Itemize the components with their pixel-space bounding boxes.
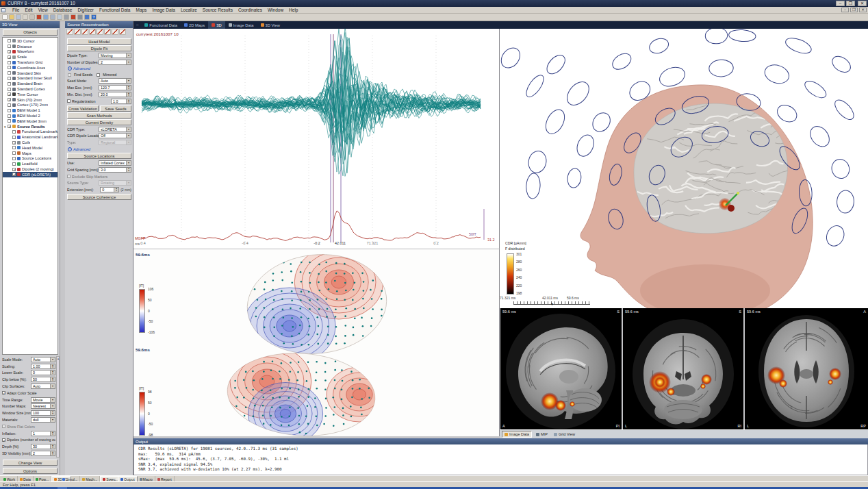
tree-item[interactable]: Source Locations [3, 156, 58, 162]
source-type-select[interactable]: Rotating▾ [99, 180, 131, 186]
mri-sagittal-view[interactable]: 59.6 ms S A PI [500, 308, 622, 429]
visibility-checkbox[interactable] [8, 82, 11, 86]
tree-item[interactable]: Waveform [3, 49, 58, 55]
dipole-seed-icon[interactable] [104, 29, 111, 35]
tree-item[interactable]: Functional Landmarks [3, 129, 58, 135]
source-coherence-button[interactable]: Source Coherence [67, 194, 131, 200]
toolbar-icon[interactable] [77, 14, 83, 20]
extension-mm-spinner[interactable]: 0▲▼ [100, 187, 119, 192]
toolbar-icon[interactable] [23, 14, 28, 20]
tree-item[interactable]: Anatomical Landmarks [3, 134, 58, 140]
visibility-checkbox[interactable] [12, 130, 16, 134]
tree-item[interactable]: Standard Skin [3, 71, 58, 76]
cdr-dipole-location-select[interactable]: Off▾ [99, 133, 131, 138]
find-seeds-checkbox[interactable] [68, 73, 71, 77]
output-console[interactable]: CDR Results (sLORETA) for 19081 sources,… [133, 444, 868, 475]
tree-item[interactable]: Scale [3, 54, 58, 60]
scaling-spinner[interactable]: 1.00▲▼ [31, 364, 55, 369]
menu-item[interactable]: Coordinates [235, 7, 265, 14]
adapt-color-scale-checkbox[interactable]: Adapt Color Scale [1, 390, 56, 397]
toolbar-icon[interactable] [64, 14, 69, 20]
toolbar-icon[interactable] [43, 14, 49, 20]
menu-item[interactable]: Help [286, 7, 301, 14]
dipoles-number-of-moving-curves-checkbox[interactable]: Dipoles (number of moving curves) [1, 437, 56, 444]
dipole-fit-button[interactable]: Dipole Fit [67, 45, 131, 51]
advanced-toggle[interactable]: ⌃Advanced [66, 146, 132, 152]
image-toolbar-tab[interactable]: Grid View [552, 431, 577, 437]
depth-spinner[interactable]: 30▲▼ [31, 444, 55, 449]
number-of-dipoles-select[interactable]: 2▾ [99, 60, 131, 65]
tree-item[interactable]: 3D Cursor [3, 38, 58, 44]
menu-item[interactable]: Source Results [200, 7, 235, 14]
tree-item[interactable]: Transform Grid [3, 60, 58, 65]
max-ecc-mm-spinner[interactable]: 120.7▲▼ [99, 85, 131, 90]
visibility-checkbox[interactable] [12, 141, 16, 145]
tree-item[interactable]: Standard Brain [3, 81, 58, 86]
menu-item[interactable]: View [36, 7, 51, 14]
options-button[interactable]: Options [3, 468, 58, 474]
topographic-maps-panel[interactable]: 59.6ms 59.6ms [fT] 106500-50-106 [fT] 98… [133, 249, 500, 436]
exclude-skip-markers-checkbox[interactable]: Exclude Skip Markers [66, 173, 132, 180]
visibility-checkbox[interactable] [8, 45, 11, 48]
visibility-checkbox[interactable] [8, 88, 11, 91]
scale-mode-select[interactable]: Auto▾ [31, 357, 55, 362]
toolbar-icon[interactable] [57, 14, 62, 20]
tree-item[interactable]: Head Model [3, 145, 58, 151]
menu-item[interactable]: Functional Data [97, 7, 133, 14]
visibility-checkbox[interactable] [12, 136, 16, 139]
menu-item[interactable]: File [10, 7, 22, 14]
window-size-mm-spinner[interactable]: 100▲▼ [31, 410, 55, 416]
cross-validation-button[interactable]: Cross Validation [67, 105, 99, 112]
visibility-checkbox[interactable] [8, 55, 11, 59]
menu-item[interactable]: Localize [178, 7, 200, 14]
cdr-type-select[interactable]: sLORETA▾ [99, 127, 131, 132]
clip-below-spinner[interactable]: 50▲▼ [31, 377, 55, 382]
visibility-checkbox[interactable] [8, 125, 11, 128]
head-model-3d-view[interactable]: CDR [µAmm] F distributed 301280260240220… [500, 29, 868, 308]
current-density-button[interactable]: Current Density [67, 119, 131, 125]
number-maps-select[interactable]: Nearest▾ [31, 403, 55, 409]
visibility-checkbox[interactable] [8, 61, 11, 64]
coherence-icon[interactable] [119, 29, 126, 35]
tree-item[interactable]: Skin (70) 2mm [3, 97, 58, 103]
use-select[interactable]: Inflated Cortex▾ [99, 160, 131, 166]
view-tab[interactable]: Functional Data [141, 21, 181, 29]
toolbar-icon[interactable] [36, 14, 42, 20]
dipole-fit-icon[interactable] [66, 29, 73, 35]
scan-methods-button[interactable]: Scan Methods [67, 112, 131, 118]
lower-scale-spinner[interactable]: 0▲▼ [31, 370, 55, 375]
advanced-toggle[interactable]: ⌃Advanced [66, 66, 132, 72]
view-tab[interactable]: 3D View [257, 21, 283, 29]
visibility-checkbox[interactable] [8, 50, 11, 53]
visibility-checkbox[interactable] [12, 162, 16, 166]
tree-item[interactable]: Standard Cortex [3, 86, 58, 92]
waveform-panel[interactable]: currytest 20161007 10 MGFP ms -0.4-0.242… [133, 29, 500, 249]
view-tab[interactable]: Image Data [225, 21, 257, 29]
close-icon[interactable]: ✕ [858, 1, 867, 6]
view-tab[interactable]: 3D [208, 21, 225, 29]
mirrored-checkbox[interactable] [97, 73, 100, 77]
dipole-type-select[interactable]: Moving▾ [99, 53, 131, 58]
panel-splitter[interactable] [60, 21, 65, 475]
restore-icon[interactable]: ❐ [846, 1, 855, 6]
seed-mode-select[interactable]: Auto▾ [99, 78, 131, 84]
menu-item[interactable]: Digitizer [75, 7, 96, 14]
menu-item[interactable]: Edit [22, 7, 35, 14]
visibility-checkbox[interactable] [8, 119, 11, 123]
visibility-checkbox[interactable] [12, 173, 16, 176]
dipole-fix-icon[interactable] [97, 29, 103, 35]
mri-coronal-view[interactable]: 59.6 ms S L RI [623, 308, 743, 429]
toolbar-icon[interactable] [84, 14, 90, 20]
tab-minimize-icon[interactable]: – [133, 21, 141, 29]
tree-item[interactable]: Source Results [3, 124, 58, 129]
visibility-checkbox[interactable] [12, 168, 16, 171]
toolbar-icon[interactable] [2, 14, 8, 20]
visibility-checkbox[interactable] [8, 71, 11, 75]
materials-select[interactable]: dull▾ [31, 417, 55, 423]
child-close-icon[interactable]: ✕ [859, 8, 867, 12]
regularization-spinner[interactable]: 1.0▲▼ [111, 99, 131, 104]
visibility-checkbox[interactable] [8, 92, 11, 96]
visibility-checkbox[interactable] [8, 39, 11, 42]
child-minimize-icon[interactable]: – [841, 8, 849, 12]
type-select[interactable]: Regional▾ [99, 140, 131, 145]
